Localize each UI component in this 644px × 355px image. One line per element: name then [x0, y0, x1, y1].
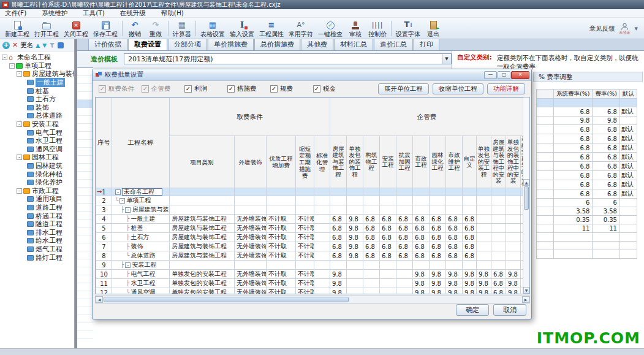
- fee-cell[interactable]: [413, 188, 430, 196]
- fee-cell[interactable]: 9.8: [477, 288, 491, 295]
- fee-cell[interactable]: 单独发包的安装工程: [170, 279, 235, 288]
- fee-cell[interactable]: [170, 188, 235, 196]
- column-header-单独发包的装饰工程[interactable]: 单独发包的装饰工程: [347, 136, 363, 188]
- fee-cell[interactable]: [235, 188, 267, 196]
- rate-row[interactable]: 66: [537, 199, 637, 207]
- tree-item-房屋建筑与装饰工程[interactable]: -房屋建筑与装饰工程: [0, 70, 74, 78]
- table-row-2[interactable]: 2└-单项工程: [96, 196, 524, 205]
- fee-cell[interactable]: [477, 215, 491, 224]
- rate-row[interactable]: 6.86.8默认: [537, 134, 637, 143]
- fee-cell[interactable]: [314, 279, 330, 288]
- fee-cell[interactable]: 6.8: [363, 251, 380, 261]
- fee-cell[interactable]: [506, 233, 521, 242]
- fee-cell[interactable]: 6.8: [363, 224, 380, 233]
- fee-cell[interactable]: 6.8: [463, 242, 477, 251]
- rate-row[interactable]: 6.86.8默认: [537, 107, 637, 116]
- rate-row[interactable]: 6.86.8默认: [537, 125, 637, 134]
- fee-cell[interactable]: [170, 261, 235, 270]
- rate-cell[interactable]: 6: [593, 199, 619, 207]
- tree-item-桥涵工程[interactable]: 桥涵工程: [0, 212, 74, 220]
- rate-cell[interactable]: [619, 207, 637, 216]
- rate-cell[interactable]: 6.8: [554, 134, 593, 143]
- fee-cell[interactable]: [314, 196, 330, 205]
- fee-cell[interactable]: [235, 261, 267, 270]
- fee-cell[interactable]: [380, 270, 396, 279]
- fee-cell[interactable]: [506, 215, 521, 224]
- fee-cell[interactable]: 无外墙装饰: [235, 251, 267, 261]
- fee-cell[interactable]: 不计取: [267, 279, 296, 288]
- control-price-button[interactable]: ||||控制价: [366, 18, 389, 39]
- fee-cell[interactable]: [477, 196, 491, 205]
- fee-cell[interactable]: [380, 205, 396, 215]
- rate-row[interactable]: [537, 99, 637, 107]
- tree-expander-icon[interactable]: -: [9, 63, 15, 69]
- rate-cell[interactable]: 6.8: [554, 189, 593, 199]
- fee-cell[interactable]: [463, 196, 477, 205]
- checkbox-规费[interactable]: ✓规费: [270, 85, 313, 93]
- fee-cell[interactable]: 6.8: [330, 242, 347, 251]
- rate-cell[interactable]: 0.35: [554, 216, 593, 224]
- fee-cell[interactable]: [330, 261, 347, 270]
- check-button[interactable]: ✓一键检查: [316, 18, 345, 39]
- fee-cell[interactable]: [314, 215, 330, 224]
- fee-cell[interactable]: 无外墙装饰: [235, 288, 267, 295]
- tree-item-安装工程[interactable]: -安装工程: [0, 120, 74, 129]
- fee-cell[interactable]: [347, 188, 363, 196]
- rate-row[interactable]: 6.86.8默认: [537, 143, 637, 153]
- rate-cell[interactable]: [619, 199, 637, 207]
- fee-cell[interactable]: 无外墙装饰: [235, 215, 267, 224]
- fee-cell[interactable]: 6.8: [491, 288, 506, 295]
- fee-cell[interactable]: [267, 261, 296, 270]
- fee-cell[interactable]: 不计取: [267, 215, 296, 224]
- dialog-button-功能详解[interactable]: 功能详解: [487, 83, 525, 94]
- rate-cell[interactable]: 6.8: [554, 180, 593, 189]
- fee-cell[interactable]: [463, 205, 477, 215]
- fee-cell[interactable]: [506, 196, 521, 205]
- fee-cell[interactable]: 6.8: [380, 215, 396, 224]
- fee-cell[interactable]: [363, 196, 380, 205]
- fee-cell[interactable]: [314, 288, 330, 295]
- tree-item-园林建筑[interactable]: 园林建筑: [0, 162, 74, 170]
- fee-cell[interactable]: 6.8: [396, 233, 413, 242]
- tree-item-桩基[interactable]: 桩基: [0, 86, 74, 95]
- horizontal-scrollbar[interactable]: ◀ ▶: [95, 296, 530, 303]
- fee-cell[interactable]: [446, 205, 463, 215]
- fee-cell[interactable]: [506, 242, 521, 251]
- fee-cell[interactable]: 9.8: [463, 279, 477, 288]
- tree-item-燃气工程[interactable]: 燃气工程: [0, 245, 74, 254]
- fee-cell[interactable]: 房屋建筑与装饰工程: [170, 242, 235, 251]
- rate-cell[interactable]: 6.8: [593, 134, 619, 143]
- column-header-园林绿化工程[interactable]: 园林绿化工程: [430, 136, 446, 188]
- fee-cell[interactable]: 6.8: [430, 233, 446, 242]
- column-header-自定义[interactable]: 自定义: [463, 136, 477, 188]
- rate-cell[interactable]: 默认: [619, 171, 637, 180]
- rate-row[interactable]: 6.86.8默认: [537, 180, 637, 189]
- fee-cell[interactable]: 9.8: [430, 279, 446, 288]
- fee-cell[interactable]: 6.8: [330, 233, 347, 242]
- table-row-8[interactable]: 8└总体道路房屋建筑与装饰工程无外墙装饰不计取不计取6.89.86.86.86.…: [96, 251, 524, 261]
- fee-cell[interactable]: 9.8: [477, 270, 491, 279]
- checkbox-措施费[interactable]: ✓措施费: [227, 85, 270, 93]
- dialog-button-收缩单位工程[interactable]: 收缩单位工程: [433, 83, 483, 94]
- tab-取费设置[interactable]: 取费设置: [128, 39, 167, 50]
- open-project-button[interactable]: 打开工程: [32, 18, 61, 39]
- fee-cell[interactable]: [430, 196, 446, 205]
- fee-cell[interactable]: 房屋建筑与装饰工程: [170, 251, 235, 261]
- tree-item-路灯工程[interactable]: 路灯工程: [0, 253, 74, 262]
- tree-item-绿化种植[interactable]: 绿化种植: [0, 170, 74, 178]
- fee-cell[interactable]: [347, 196, 363, 205]
- fee-cell[interactable]: [314, 233, 330, 242]
- tree-item-装饰[interactable]: 装饰: [0, 104, 74, 112]
- fee-cell[interactable]: [314, 188, 330, 196]
- column-header-单独发包的安装工程[interactable]: 单独发包的安装工程: [477, 136, 491, 188]
- input-settings-button[interactable]: I输入设置: [227, 18, 257, 39]
- fee-cell[interactable]: [506, 224, 521, 233]
- redo-button[interactable]: ↷重做: [145, 18, 166, 39]
- rate-cell[interactable]: 6.8: [593, 189, 619, 199]
- fee-cell[interactable]: 6.8: [491, 270, 506, 279]
- user-dropdown-caret[interactable]: ▼: [635, 26, 638, 31]
- fee-cell[interactable]: 无外墙装饰: [235, 242, 267, 251]
- tree-item-土石方[interactable]: 土石方: [0, 95, 74, 104]
- fee-cell[interactable]: [380, 261, 396, 270]
- menu-item-0[interactable]: 文件(F): [5, 9, 34, 18]
